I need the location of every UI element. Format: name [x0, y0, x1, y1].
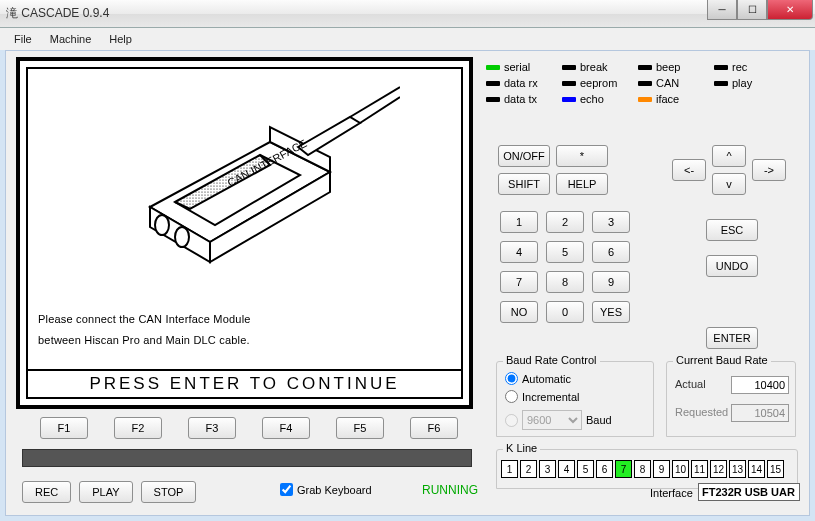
kline-cell-15[interactable]: 15 [767, 460, 784, 478]
requested-value: 10504 [731, 404, 789, 422]
star-button[interactable]: * [556, 145, 608, 167]
kline-cell-14[interactable]: 14 [748, 460, 765, 478]
kline-cell-9[interactable]: 9 [653, 460, 670, 478]
lcd-inner: CAN INTERFACE Please connect the CAN Int… [26, 67, 463, 399]
rec-button[interactable]: REC [22, 481, 71, 503]
requested-label: Requested [675, 406, 728, 418]
arrow-left-button[interactable]: <- [672, 159, 706, 181]
key-8[interactable]: 8 [546, 271, 584, 293]
display-prompt: PRESS ENTER TO CONTINUE [28, 369, 461, 397]
enter-wrap: ENTER [706, 327, 758, 349]
undo-button[interactable]: UNDO [706, 255, 758, 277]
minimize-button[interactable]: ─ [707, 0, 737, 20]
arrow-up-button[interactable]: ^ [712, 145, 746, 167]
interface-value: FT232R USB UAR [698, 483, 800, 501]
kline-cell-1[interactable]: 1 [501, 460, 518, 478]
baud-select[interactable]: 9600 [522, 410, 582, 430]
led-iface-label: iface [656, 93, 679, 105]
key-5[interactable]: 5 [546, 241, 584, 263]
menu-machine[interactable]: Machine [42, 31, 100, 47]
client-area: CAN INTERFACE Please connect the CAN Int… [5, 50, 810, 516]
baud-manual-radio[interactable] [505, 414, 518, 427]
menu-file[interactable]: File [6, 31, 40, 47]
led-play-swatch [714, 81, 728, 86]
kline-cell-3[interactable]: 3 [539, 460, 556, 478]
baud-manual-row: 9600 Baud [505, 410, 612, 430]
baud-inc-row[interactable]: Incremental [505, 390, 579, 403]
f1-button[interactable]: F1 [40, 417, 88, 439]
f2-button[interactable]: F2 [114, 417, 162, 439]
f3-button[interactable]: F3 [188, 417, 236, 439]
arrow-down-button[interactable]: v [712, 173, 746, 195]
f5-button[interactable]: F5 [336, 417, 384, 439]
key-7[interactable]: 7 [500, 271, 538, 293]
grab-keyboard-checkbox[interactable]: Grab Keyboard [280, 483, 372, 496]
msg-line-1: Please connect the CAN Interface Module [38, 309, 451, 330]
led-datatx-label: data tx [504, 93, 537, 105]
kline-cell-12[interactable]: 12 [710, 460, 727, 478]
kline-cell-6[interactable]: 6 [596, 460, 613, 478]
enter-button[interactable]: ENTER [706, 327, 758, 349]
baud-auto-row[interactable]: Automatic [505, 372, 571, 385]
led-serial-label: serial [504, 61, 530, 73]
esc-button[interactable]: ESC [706, 219, 758, 241]
led-datatx-swatch [486, 97, 500, 102]
svg-line-3 [360, 97, 400, 123]
yes-button[interactable]: YES [592, 301, 630, 323]
f4-button[interactable]: F4 [262, 417, 310, 439]
key-4[interactable]: 4 [500, 241, 538, 263]
led-play-label: play [732, 77, 752, 89]
key-3[interactable]: 3 [592, 211, 630, 233]
arrow-right-button[interactable]: -> [752, 159, 786, 181]
led-play: play [714, 77, 790, 89]
display-message: Please connect the CAN Interface Module … [38, 309, 451, 351]
kline-cell-8[interactable]: 8 [634, 460, 651, 478]
onoff-button[interactable]: ON/OFF [498, 145, 550, 167]
led-break-label: break [580, 61, 608, 73]
key-6[interactable]: 6 [592, 241, 630, 263]
kline-cell-5[interactable]: 5 [577, 460, 594, 478]
led-iface-swatch [638, 97, 652, 102]
kline-cell-11[interactable]: 11 [691, 460, 708, 478]
kline-cell-4[interactable]: 4 [558, 460, 575, 478]
led-iface: iface [638, 93, 714, 105]
led-beep: beep [638, 61, 714, 73]
kline-cell-7[interactable]: 7 [615, 460, 632, 478]
title-bar: 滝 CASCADE 0.9.4 ─ ☐ ✕ [0, 0, 815, 28]
kline-cell-13[interactable]: 13 [729, 460, 746, 478]
key-9[interactable]: 9 [592, 271, 630, 293]
control-buttons: ON/OFF * SHIFT HELP [498, 145, 608, 195]
kline-cell-10[interactable]: 10 [672, 460, 689, 478]
actual-value: 10400 [731, 376, 789, 394]
stop-button[interactable]: STOP [141, 481, 197, 503]
no-button[interactable]: NO [500, 301, 538, 323]
numeric-keypad: 1 2 3 4 5 6 7 8 9 NO 0 YES [500, 211, 630, 323]
led-break: break [562, 61, 638, 73]
close-button[interactable]: ✕ [767, 0, 813, 20]
led-rec-label: rec [732, 61, 747, 73]
grab-keyboard-input[interactable] [280, 483, 293, 496]
current-baud-rate-group: Current Baud Rate Actual 10400 Requested… [666, 361, 796, 437]
maximize-button[interactable]: ☐ [737, 0, 767, 20]
f6-button[interactable]: F6 [410, 417, 458, 439]
grab-keyboard-label: Grab Keyboard [297, 484, 372, 496]
help-button[interactable]: HELP [556, 173, 608, 195]
led-can: CAN [638, 77, 714, 89]
lcd-display: CAN INTERFACE Please connect the CAN Int… [16, 57, 473, 409]
device-illustration: CAN INTERFACE [28, 69, 461, 309]
baud-auto-radio[interactable] [505, 372, 518, 385]
menu-help[interactable]: Help [101, 31, 140, 47]
kline-cells: 123456789101112131415 [501, 460, 784, 478]
svg-point-1 [175, 227, 189, 247]
key-2[interactable]: 2 [546, 211, 584, 233]
led-datatx: data tx [486, 93, 562, 105]
shift-button[interactable]: SHIFT [498, 173, 550, 195]
key-1[interactable]: 1 [500, 211, 538, 233]
kline-cell-2[interactable]: 2 [520, 460, 537, 478]
baud-inc-radio[interactable] [505, 390, 518, 403]
transport-buttons: REC PLAY STOP [22, 481, 196, 503]
actual-label: Actual [675, 378, 706, 390]
kline-legend: K Line [503, 442, 540, 454]
key-0[interactable]: 0 [546, 301, 584, 323]
play-button[interactable]: PLAY [79, 481, 132, 503]
